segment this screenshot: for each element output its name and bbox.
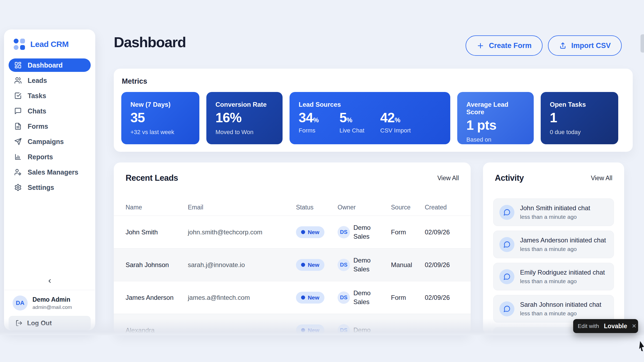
upload-icon (559, 42, 567, 50)
metric-card-new-7-days: New (7 Days) 35 +32 vs last week (121, 92, 199, 144)
recent-leads-view-all-link[interactable]: View All (437, 175, 459, 182)
metric-value: 35 (130, 110, 190, 125)
stat-value: 34 (299, 110, 313, 125)
status-badge: New (296, 259, 324, 271)
sidebar-item-label: Leads (28, 77, 47, 84)
sidebar-item-reports[interactable]: Reports (9, 150, 91, 164)
column-header-name: Name (126, 204, 188, 211)
stat-unit: % (347, 116, 352, 124)
viewport-bottom-fade (0, 319, 644, 335)
lead-created: 02/09/26 (425, 228, 459, 236)
metrics-panel: Metrics New (7 Days) 35 +32 vs last week… (114, 69, 633, 152)
user-profile: DA Demo Admin admin@mail.com (5, 290, 95, 311)
metric-card-conversion-rate: Conversion Rate 16% Moved to Won (206, 92, 283, 144)
dashboard-icon (14, 61, 22, 69)
activity-panel: Activity View All John Smith initiated c… (483, 162, 624, 335)
metric-value: 16% (215, 110, 273, 125)
list-item[interactable]: Emily Rodriguez initiated chat less than… (493, 263, 614, 290)
edit-with-lovable-badge[interactable]: Edit with Lovable ✕ (573, 319, 638, 333)
brand-name: Lead CRM (30, 40, 69, 49)
lead-created: 02/09/26 (425, 294, 459, 301)
sidebar-item-tasks[interactable]: Tasks (9, 89, 91, 102)
lead-source: Form (391, 294, 425, 301)
page-title: Dashboard (114, 34, 186, 50)
page-scrollbar-thumb[interactable] (641, 34, 644, 53)
sidebar-collapse-button[interactable] (44, 276, 55, 286)
metric-title: Average Lead Score (466, 101, 525, 116)
stat-label: Forms (299, 127, 339, 134)
recent-leads-title: Recent Leads (126, 173, 178, 183)
sidebar-item-label: Sales Managers (28, 168, 78, 176)
column-header-status: Status (296, 204, 338, 211)
sidebar-nav: Dashboard Leads Tasks Chats Forms Campai… (4, 57, 95, 196)
mouse-cursor (639, 341, 644, 351)
create-form-label: Create Form (489, 42, 532, 50)
create-form-button[interactable]: Create Form (466, 35, 543, 56)
activity-item-time: less than a minute ago (520, 214, 590, 220)
stat-value: 5 (339, 110, 347, 125)
sidebar-item-forms[interactable]: Forms (9, 120, 91, 133)
metric-card-lead-sources: Lead Sources 34% Forms 5% Live Chat 42% … (290, 92, 450, 144)
metric-value: 1 (550, 110, 609, 125)
settings-icon (14, 184, 22, 191)
chat-bubble-icon (499, 205, 514, 220)
import-csv-button[interactable]: Import CSV (548, 35, 622, 56)
table-row[interactable]: John Smith john.smith@techcorp.com New D… (114, 216, 471, 248)
activity-item-time: less than a minute ago (520, 310, 601, 317)
lead-email: james.a@fintech.com (188, 294, 296, 301)
activity-item-time: less than a minute ago (520, 278, 605, 285)
table-row[interactable]: Sarah Johnson sarah.j@innovate.io New DS… (114, 248, 471, 281)
lovable-badge-prefix: Edit with (578, 323, 599, 329)
sidebar-item-chats[interactable]: Chats (9, 104, 91, 118)
stat-label: CSV Import (380, 127, 421, 134)
activity-view-all-link[interactable]: View All (591, 175, 612, 182)
lead-source: Form (391, 228, 425, 236)
metric-title: Lead Sources (299, 101, 441, 108)
column-header-email: Email (188, 204, 296, 211)
tasks-icon (14, 92, 22, 99)
sidebar-item-settings[interactable]: Settings (9, 181, 91, 194)
activity-item-title: Emily Rodriguez initiated chat (520, 269, 605, 276)
metric-title: New (7 Days) (130, 101, 190, 108)
status-badge: New (296, 226, 324, 238)
activity-item-title: James Anderson initiated chat (520, 237, 606, 244)
activity-list: John Smith initiated chat less than a mi… (483, 183, 624, 335)
owner-avatar: DS (338, 259, 350, 271)
owner-avatar: DS (338, 291, 350, 304)
metrics-title: Metrics (114, 69, 633, 86)
owner-name: Demo Sales (353, 223, 375, 241)
activity-title: Activity (495, 173, 524, 183)
sidebar-item-label: Chats (28, 107, 46, 115)
close-icon[interactable]: ✕ (630, 323, 636, 329)
sales-managers-icon (14, 168, 22, 176)
activity-item-title: Sarah Johnson initiated chat (520, 301, 601, 308)
lead-source-stat-live-chat: 5% Live Chat (339, 110, 380, 134)
list-item[interactable]: James Anderson initiated chat less than … (493, 231, 614, 258)
lead-crm-logo-icon (14, 39, 25, 50)
sidebar-item-leads[interactable]: Leads (9, 74, 91, 87)
table-row[interactable]: James Anderson james.a@fintech.com New D… (114, 281, 471, 314)
lead-source-stat-csv-import: 42% CSV Import (380, 110, 421, 134)
chat-bubble-icon (499, 269, 514, 284)
metric-value: 1 pts (466, 117, 525, 133)
metric-subtext: Based on engagement (466, 136, 525, 150)
lead-source: Manual (391, 261, 425, 269)
metric-subtext: Moved to Won (215, 129, 273, 136)
chats-icon (14, 107, 22, 115)
sidebar-item-campaigns[interactable]: Campaigns (9, 135, 91, 148)
sidebar-item-sales-managers[interactable]: Sales Managers (9, 165, 91, 179)
owner-avatar: DS (338, 226, 350, 238)
lovable-badge-brand: Lovable (604, 323, 627, 330)
sidebar-item-dashboard[interactable]: Dashboard (9, 58, 91, 72)
import-csv-label: Import CSV (571, 42, 611, 50)
reports-icon (14, 153, 22, 161)
list-item[interactable]: John Smith initiated chat less than a mi… (493, 198, 614, 226)
owner-name: Demo Sales (353, 289, 375, 306)
sidebar-item-label: Forms (28, 123, 48, 130)
metric-title: Conversion Rate (215, 101, 273, 108)
sidebar-item-label: Reports (28, 153, 53, 161)
header-actions: Create Form Import CSV (466, 35, 622, 56)
metric-card-open-tasks: Open Tasks 1 0 due today (541, 92, 618, 144)
lead-name: James Anderson (126, 293, 188, 302)
stat-value: 42 (380, 110, 395, 125)
